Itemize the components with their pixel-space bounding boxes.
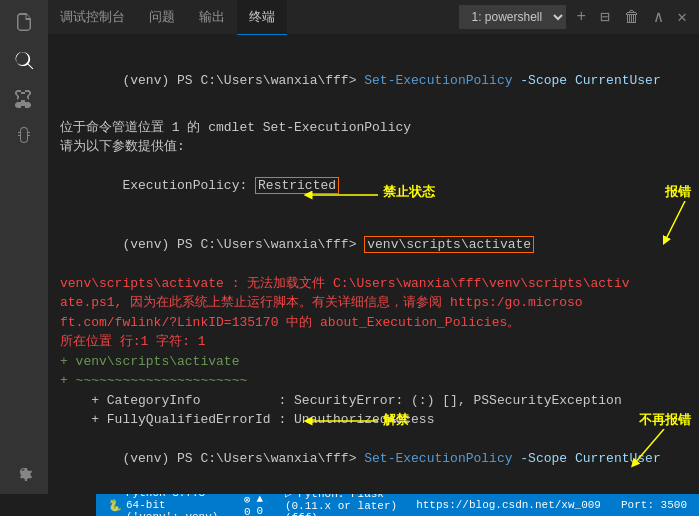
activity-icon-debug[interactable] [10,122,38,150]
term-line: (venv) PS C:\Users\wanxia\fff> Set-Execu… [60,51,687,110]
terminal-dropdown[interactable]: 1: powershell [459,5,566,29]
activity-icon-search[interactable] [10,46,38,74]
error-line-8: + FullyQualifiedErrorId : UnauthorizedAc… [60,410,687,430]
activate-cmd-error: venv\scripts\activate [364,236,534,253]
add-terminal-button[interactable]: + [572,6,590,28]
error-line-4: 所在位置 行:1 字符: 1 [60,332,687,352]
tab-problems[interactable]: 问题 [137,0,187,35]
execution-policy-restricted-line: ExecutionPolicy: Restricted [60,157,687,216]
activate-line-error: (venv) PS C:\Users\wanxia\fff> venv\scri… [60,215,687,274]
status-blog[interactable]: https://blog.csdn.net/xw_009 [412,499,605,511]
tab-bar: 调试控制台 问题 输出 终端 1: powershell + ⊟ 🗑 ∧ ✕ [48,0,699,35]
term-line: 位于命令管道位置 1 的 cmdlet Set-ExecutionPolicy [60,118,687,138]
tab-terminal[interactable]: 终端 [237,0,287,35]
tab-bar-actions: 1: powershell + ⊟ 🗑 ∧ ✕ [459,5,699,29]
terminal-content[interactable]: (venv) PS C:\Users\wanxia\fff> Set-Execu… [48,35,699,494]
status-bar: 🐍 Python 3.7.3 64-bit ('venv': venv) ⊗ 0… [96,494,699,516]
activity-icon-extensions[interactable] [10,84,38,112]
maximize-panel-button[interactable]: ∧ [650,5,668,29]
main-area: 调试控制台 问题 输出 终端 1: powershell + ⊟ 🗑 ∧ ✕ [48,0,699,516]
set-exec-policy-2: (venv) PS C:\Users\wanxia\fff> Set-Execu… [60,430,687,489]
tab-debug-console[interactable]: 调试控制台 [48,0,137,35]
activity-icon-explorer[interactable] [10,8,38,36]
error-line-3: ft.com/fwlink/?LinkID=135170 中的 about_Ex… [60,313,687,333]
close-panel-button[interactable]: ✕ [673,5,691,29]
term-line: 请为以下参数提供值: [60,137,687,157]
restricted-value: Restricted [255,177,339,194]
status-right: https://blog.csdn.net/xw_009 Port: 3500 [412,499,699,511]
error-line-7: + CategoryInfo : SecurityError: (:) [], … [60,391,687,411]
kill-terminal-button[interactable]: 🗑 [620,6,644,29]
error-line-1: venv\scripts\activate : 无法加载文件 C:\Users\… [60,274,687,294]
activity-bar [0,0,48,494]
split-terminal-button[interactable]: ⊟ [596,5,614,29]
status-errors[interactable]: ⊗ 0 ▲ 0 [240,493,269,517]
error-line-5: + venv\scripts\activate [60,352,687,372]
python-icon: 🐍 [108,499,122,512]
error-line-6: + ~~~~~~~~~~~~~~~~~~~~~~ [60,371,687,391]
status-port[interactable]: Port: 3500 [617,499,691,511]
error-line-2: ate.ps1, 因为在此系统上禁止运行脚本。有关详细信息，请参阅 https:… [60,293,687,313]
tab-output[interactable]: 输出 [187,0,237,35]
terminal-wrapper: (venv) PS C:\Users\wanxia\fff> Set-Execu… [48,35,699,494]
activity-icon-settings[interactable] [10,458,38,486]
